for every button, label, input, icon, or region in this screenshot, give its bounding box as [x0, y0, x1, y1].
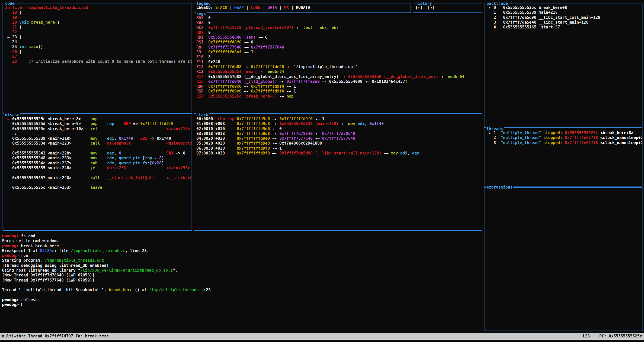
text-line: pwndbg>: [2, 302, 482, 307]
threads-lines: ► 1 "multiple_thread" stopped: 0x5555555…: [484, 129, 642, 186]
text-line: 0x55555555535c <main+253> leave: [5, 185, 190, 190]
text-line: 4 0x555555555165 _start+37: [486, 25, 640, 30]
status-bar-right: L23 PC: 0x55555555525c: [583, 334, 642, 339]
text-line: R9 0x7fffffffd8af ◂— 1: [196, 50, 480, 55]
text-line: [New Thread 0x7ffff7d78640 (LWP 67058)]: [2, 273, 482, 278]
text-line: 3 "multiple_thread" stopped: 0x7ffff7e61…: [486, 141, 640, 145]
text-line: Starting program: /tmp/multiple_threads.…: [2, 258, 482, 263]
text-line: R12 0x7fffffffdb08 —▸ 0x7fffffffde20 ◂— …: [196, 65, 480, 69]
text-line: 04:0020│+020 0x7fffffffd9e0 —▸ 0x7ffff75…: [196, 136, 480, 141]
text-line: 0x555555555357 <main+248> call __stack_c…: [5, 176, 190, 180]
text-line: 2 0x7ffff7da5d90 __libc_start_call_main+…: [486, 15, 640, 20]
text-line: 2 "multiple_thread" stopped: 0x7ffff7e61…: [486, 135, 640, 140]
registers-panel-title: regs: [196, 11, 207, 16]
text-line: [5, 170, 190, 175]
text-line: 02:0010│+010 0x7fffffffd9d0 ◂— 0: [196, 127, 480, 131]
text-line: RAX 0: [196, 15, 480, 20]
text-line: [2, 283, 482, 288]
disassembly-panel-title: disasm: [4, 113, 20, 117]
text-line: 22: [5, 30, 190, 35]
text-line: [5, 180, 190, 185]
text-line: 01:0008│+008 0x7fffffffd9c8 —▸ 0x5555555…: [196, 121, 480, 126]
code-panel: code In file: /tmp/multiple_threads.c:23…: [3, 4, 192, 114]
backtrace-lines: ► 0 0x55555555525c break_here+8 1 0x5555…: [484, 4, 642, 127]
text-line: 21 {: [5, 25, 190, 30]
legend-lines: LEGEND: STACK | HEAP | CODE | DATA | WX …: [194, 4, 411, 12]
legend-panel: legend LEGEND: STACK | HEAP | CODE | DAT…: [194, 4, 411, 13]
text-line: Breakpoint 1 at 0x125c: file /tmp/multip…: [2, 248, 482, 253]
registers-panel: regs RAX 0RBX 0RCX 0x7ffff7e11219 (pthre…: [194, 14, 482, 114]
text-line: R14 0x555555557d88 (__do_global_dtors_au…: [196, 74, 480, 79]
text-line: Thread 1 "multiple_thread" hit Breakpoin…: [2, 288, 482, 292]
terminal-cursor: [21, 303, 22, 306]
text-line: RBP 0x7fffffffd9c0 —▸ 0x7fffffffd9f0 ◂— …: [196, 84, 480, 89]
text-line: 1 0x555555555339 main+218: [486, 10, 640, 15]
text-line: ► 1 "multiple_thread" stopped: 0x5555555…: [486, 131, 640, 135]
text-line: 0x555555555348 <main+233> mov rdx, qword…: [5, 156, 190, 161]
text-line: ► 0x55555555525c <break_here+8> nop: [5, 117, 190, 121]
command-terminal[interactable]: pwndbg> fs cmdFocus set to cmd window.pw…: [2, 234, 482, 332]
threads-panel: threads ► 1 "multiple_thread" stopped: 0…: [484, 129, 642, 186]
text-line: 19: [5, 15, 190, 20]
history-panel: history [←] [→]: [413, 4, 482, 13]
code-lines: In file: /tmp/multiple_threads.c:23 18 }…: [3, 4, 192, 113]
text-line: 03:0018│+018 0x7fffffffd9d8 —▸ 0x7ffff7d…: [196, 131, 480, 136]
legend-panel-title: legend: [196, 1, 211, 6]
text-line: pwndbg> run: [2, 253, 482, 258]
disassembly-lines: ► 0x55555555525c <break_here+8> nop 0x55…: [3, 115, 192, 230]
text-line: RIP 0x55555555525c (break_here+8) ◂— nop: [196, 94, 480, 99]
text-line: In file: /tmp/multiple_threads.c:23: [5, 5, 190, 10]
text-line: 18 }: [5, 10, 190, 15]
text-line: RSP 0x7fffffffd9c0 —▸ 0x7fffffffd9f0 ◂— …: [196, 89, 480, 94]
backtrace-panel: backtrace ► 0 0x55555555525c break_here+…: [484, 4, 642, 128]
text-line: LEGEND: STACK | HEAP | CODE | DATA | WX …: [196, 5, 409, 10]
text-line: 27: [5, 54, 190, 59]
text-line: 24: [5, 40, 190, 44]
text-line: R11 0x246: [196, 60, 480, 65]
text-line: RDX 0: [196, 30, 480, 35]
text-line: pwndbg> break break_here: [2, 244, 482, 248]
text-line: Using host libthread_db library "/lib/x8…: [2, 268, 482, 273]
status-bar-left: multi-thre Thread 0x7ffff7d797 In: break…: [2, 334, 109, 339]
text-line: RSI 0x7fffffffd8f0 ◂— 0: [196, 40, 480, 45]
text-line: 07:0038│+038 0x7fffffffd9f8 —▸ 0x7ffff7d…: [196, 151, 480, 156]
text-line: 0x555555555355 <main+246> je main+253 <m…: [5, 166, 190, 170]
code-panel-title: code: [4, 1, 15, 6]
text-line: [5, 146, 190, 151]
stack-panel-title: stack: [196, 113, 209, 117]
text-line: 25 int main(): [5, 44, 190, 49]
text-line: ► 23 }: [5, 35, 190, 40]
text-line: Focus set to cmd window.: [2, 239, 482, 243]
text-line: R10 8: [196, 55, 480, 59]
text-line: RBX 0: [196, 20, 480, 25]
expressions-panel-title: expressions: [486, 185, 513, 190]
pwndbg-screen: code In file: /tmp/multiple_threads.c:23…: [0, 0, 644, 342]
text-line: 06:0030│+030 0x7fffffffd9f0 ◂— 1: [196, 146, 480, 151]
text-line: R8 0x7ffff7577640 ◂— 0x7ffff7577640: [196, 45, 480, 50]
text-line: R13 0x55555555525f (main) ◂— endbr64: [196, 69, 480, 74]
stack-panel: stack 00:0000│ rbp rsp 0x7fffffffd9c0 —▸…: [194, 115, 482, 231]
text-line: 0x555555555339 <main+218> mov edi, 0x1f4…: [5, 136, 190, 141]
text-line: 0x55555555525e <break_here+10> ret <main…: [5, 127, 190, 131]
threads-panel-title: threads: [486, 127, 504, 131]
text-line: [New Thread 0x7ffff7577640 (LWP 67059)]: [2, 278, 482, 283]
text-line: 0x555555555343 <main+228> mov eax, 0 EAX…: [5, 151, 190, 156]
text-line: 26 {: [5, 50, 190, 54]
text-line: [2, 293, 482, 298]
text-line: 0x55555555534c <main+237> sub rdx, qword…: [5, 161, 190, 166]
text-line: RDI 0x555555558040 (sem) ◂— 0: [196, 35, 480, 40]
backtrace-panel-title: backtrace: [486, 1, 509, 6]
text-line: 20 void break_here(): [5, 20, 190, 25]
text-line: ► 0 0x55555555525c break_here+8: [486, 5, 640, 10]
text-line: 0x55555555533e <main+223> call usleep@pl…: [5, 141, 190, 146]
expressions-panel: expressions: [484, 187, 642, 331]
status-bar: multi-thre Thread 0x7ffff7d797 In: break…: [0, 333, 644, 340]
text-line: [Thread debugging using libthread_db ena…: [2, 263, 482, 268]
text-line: pwndbg> fs cmd: [2, 234, 482, 239]
text-line: 00:0000│ rbp rsp 0x7fffffffd9c0 —▸ 0x7ff…: [196, 117, 480, 121]
history-panel-title: history: [415, 1, 433, 6]
text-line: R15 0x7ffff7ffd040 (_rtld_global) —▸ 0x7…: [196, 79, 480, 84]
text-line: ↓: [5, 131, 190, 136]
text-line: RCX 0x7ffff7e11219 (pthread_create+1497)…: [196, 25, 480, 30]
text-line: 05:0028│+028 0x7fffffffd9e8 ◂— 0xf7a4866…: [196, 141, 480, 146]
